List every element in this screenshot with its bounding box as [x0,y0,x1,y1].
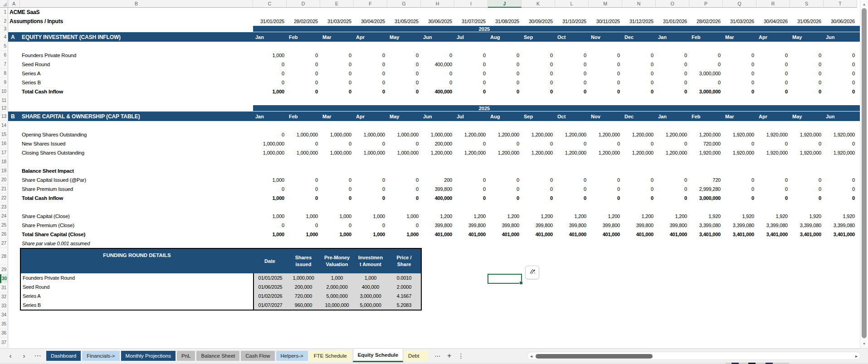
cell-E32[interactable]: 5,000,000 [320,291,354,301]
cell-F7[interactable]: 0 [354,60,387,69]
cell-H7[interactable]: 400,000 [421,60,454,69]
cell-M20[interactable]: 0 [589,175,622,184]
cell-D6[interactable]: 0 [287,51,320,60]
cell-C20[interactable]: 1,000 [253,175,287,184]
cell-E6[interactable]: 0 [320,51,354,60]
cell-E30[interactable]: 1,000 [320,273,354,282]
sheet-tab-pnl[interactable]: PnL [177,351,195,361]
cell-L8[interactable]: 0 [555,69,589,78]
column-header-S[interactable]: S [790,0,824,8]
cell-R7[interactable]: 0 [756,60,790,69]
cell-F9[interactable]: 0 [354,78,387,87]
cell-P7[interactable]: 0 [689,60,723,69]
cell-H25[interactable]: 399,800 [421,221,454,230]
cell-B19[interactable]: Balance Sheet Impact [22,166,74,175]
cell-S26[interactable]: 3,401,000 [790,230,824,239]
cell-S2[interactable]: 31/05/2026 [790,17,824,26]
cell-S9[interactable]: 0 [790,78,824,87]
cell-O16[interactable]: 0 [656,139,689,148]
cell-P26[interactable]: 3,401,000 [689,230,723,239]
tab-options-kebab-icon[interactable]: ⋮ [458,352,464,359]
cell-G2[interactable]: 31/05/2025 [387,17,421,26]
cell-N16[interactable]: 0 [622,139,656,148]
row-header-6[interactable]: 6 [0,51,8,60]
cell-T17[interactable]: 1,920,000 [824,148,857,157]
cell-C2[interactable]: 31/01/2025 [253,17,287,26]
column-header-R[interactable]: R [756,0,790,8]
cell-C33[interactable]: 01/07/2027 [253,301,287,310]
cell-D24[interactable]: 1,000 [287,212,320,221]
cell-D22[interactable]: 0 [287,194,320,203]
cell-R25[interactable]: 3,399,080 [756,221,790,230]
cell-R10[interactable]: 0 [756,87,790,96]
cell-L22[interactable]: 0 [555,194,589,203]
cell-O17[interactable]: 1,200,000 [656,148,689,157]
cell-R9[interactable]: 0 [756,78,790,87]
cell-N24[interactable]: 1,200 [622,212,656,221]
column-header-C[interactable]: C [253,0,287,8]
cell-I21[interactable]: 0 [454,184,488,194]
cell-K7[interactable]: 0 [522,60,555,69]
cell-P24[interactable]: 1,920 [689,212,723,221]
cell-Q15[interactable]: 1,920,000 [723,130,756,139]
cell-E16[interactable]: 0 [320,139,354,148]
cell-P25[interactable]: 3,399,080 [689,221,723,230]
cell-P9[interactable]: 0 [689,78,723,87]
cell-F15[interactable]: 1,000,000 [354,130,387,139]
cell-F26[interactable]: 1,000 [354,230,387,239]
scroll-down-icon[interactable]: ▾ [860,340,868,347]
cell-Q8[interactable]: 0 [723,69,756,78]
cell-N17[interactable]: 1,200,000 [622,148,656,157]
cell-C26[interactable]: 1,000 [253,230,287,239]
row-header-23[interactable]: 23 [0,203,8,212]
cell-M15[interactable]: 1,200,000 [589,130,622,139]
row-header-26[interactable]: 26 [0,230,8,239]
cell-E2[interactable]: 31/03/2025 [320,17,354,26]
cell-E33[interactable]: 10,000,000 [320,301,354,310]
cell-C16[interactable]: 1,000,000 [253,139,287,148]
cell-B20[interactable]: Share Capital Issued (@Par) [22,175,86,184]
cell-J24[interactable]: 1,200 [488,212,522,221]
cell-B32[interactable]: Series A [21,291,253,301]
cell-S8[interactable]: 0 [790,69,824,78]
row-header-14[interactable]: 14 [0,121,8,130]
cell-C24[interactable]: 1,000 [253,212,287,221]
cell-C25[interactable]: 0 [253,221,287,230]
cell-O9[interactable]: 0 [656,78,689,87]
cell-N15[interactable]: 1,200,000 [622,130,656,139]
cell-N25[interactable]: 399,800 [622,221,656,230]
cell-G33[interactable]: 5.2083 [387,301,421,310]
cell-M22[interactable]: 0 [589,194,622,203]
cell-S21[interactable]: 0 [790,184,824,194]
column-header-G[interactable]: G [387,0,421,8]
horizontal-scrollbar-thumb[interactable] [536,354,653,359]
column-header-E[interactable]: E [320,0,354,8]
cell-O24[interactable]: 1,200 [656,212,689,221]
row-header-17[interactable]: 17 [0,148,8,157]
cell-N10[interactable]: 0 [622,87,656,96]
cell-K21[interactable]: 0 [522,184,555,194]
cell-L6[interactable]: 0 [555,51,589,60]
sheet-tab-balance-sheet[interactable]: Balance Sheet [196,351,239,361]
cell-D2[interactable]: 28/02/2025 [287,17,320,26]
cell-H6[interactable]: 0 [421,51,454,60]
cell-M6[interactable]: 0 [589,51,622,60]
prev-sheet-button[interactable]: ‹ [4,352,17,359]
cell-P15[interactable]: 1,200,000 [689,130,723,139]
cell-H10[interactable]: 400,000 [421,87,454,96]
next-sheet-button[interactable]: › [17,352,31,359]
row-header-18[interactable]: 18 [0,157,8,166]
cell-G24[interactable]: 1,000 [387,212,421,221]
cell-T21[interactable]: 0 [824,184,857,194]
cell-S15[interactable]: 1,920,000 [790,130,824,139]
cell-P17[interactable]: 1,920,000 [689,148,723,157]
cell-G31[interactable]: 2.0000 [387,282,421,291]
cell-C17[interactable]: 1,000,000 [253,148,287,157]
cell-N8[interactable]: 0 [622,69,656,78]
cell-N9[interactable]: 0 [622,78,656,87]
select-all-corner[interactable] [0,0,8,8]
vertical-scrollbar-thumb[interactable] [862,8,867,338]
cell-H20[interactable]: 200 [421,175,454,184]
cell-F16[interactable]: 0 [354,139,387,148]
cell-T22[interactable]: 0 [824,194,857,203]
